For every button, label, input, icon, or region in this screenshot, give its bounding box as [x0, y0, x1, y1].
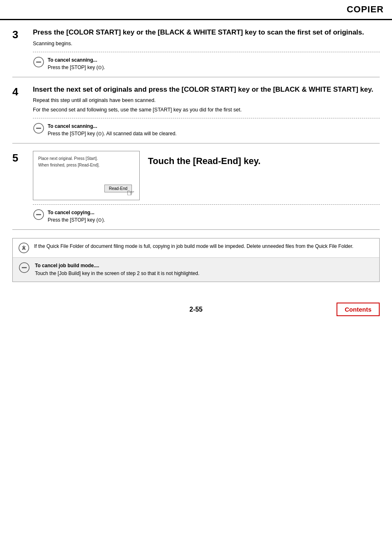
- step-5-touch-heading: Touch the [Read-End] key.: [148, 151, 261, 168]
- step-4-number: 4: [12, 85, 29, 137]
- step-5-block: 5 Place next original. Press [Start]. Wh…: [12, 143, 380, 230]
- step-5-number: 5: [12, 151, 29, 224]
- page-header: COPIER: [0, 0, 392, 20]
- step-3-desc: Scanning begins.: [33, 40, 380, 48]
- contents-button[interactable]: Contents: [337, 303, 380, 316]
- stop-icon-bottom: [18, 262, 30, 273]
- bottom-note-1-text: If the Quick File Folder of document fil…: [34, 243, 353, 250]
- bottom-note-2-text: To cancel job build mode.... Touch the […: [35, 262, 199, 278]
- step-3-note: To cancel scanning... Press the [STOP] k…: [33, 56, 380, 71]
- step-3-block: 3 Press the [COLOR START] key or the [BL…: [12, 20, 380, 77]
- bottom-note-1: If the Quick File Folder of document fil…: [13, 238, 379, 258]
- step-5-note-text: To cancel copying... Press the [STOP] ke…: [48, 209, 105, 224]
- step-5-cancel-text: Press the [STOP] key (⊙).: [48, 217, 105, 223]
- step-5-inner: Place next original. Press [Start]. When…: [33, 151, 380, 200]
- step-4-desc2: For the second set and following sets, u…: [33, 106, 380, 114]
- bottom-note-2: To cancel job build mode.... Touch the […: [13, 258, 379, 282]
- bottom-notes: If the Quick File Folder of document fil…: [12, 238, 380, 282]
- bottom-note-2-body: Touch the [Job Build] key in the screen …: [35, 271, 199, 276]
- screen-mockup-text: Place next original. Press [Start]. When…: [38, 155, 134, 169]
- step-4-note-text: To cancel scanning... Press the [STOP] k…: [48, 123, 177, 137]
- stop-icon-step4: [33, 123, 44, 134]
- step-4-note: To cancel scanning... Press the [STOP] k…: [33, 123, 380, 137]
- bottom-note-2-bold: To cancel job build mode....: [35, 263, 99, 268]
- step-4-divider: [33, 118, 380, 118]
- page-footer: 2-55 Contents: [0, 298, 392, 324]
- stop-icon-step5: [33, 209, 44, 220]
- step-3-content: Press the [COLOR START] key or the [BLAC…: [29, 28, 380, 71]
- page-number: 2-55: [189, 306, 203, 313]
- step-5-divider: [33, 204, 380, 205]
- step-3-divider: [33, 52, 380, 52]
- stop-icon-step3: [33, 56, 44, 68]
- screen-mockup: Place next original. Press [Start]. When…: [33, 151, 140, 200]
- step-3-note-text: To cancel scanning... Press the [STOP] k…: [48, 56, 105, 71]
- header-title: COPIER: [347, 4, 384, 15]
- step-4-cancel-label: To cancel scanning...: [48, 123, 97, 129]
- step-5-content: Place next original. Press [Start]. When…: [29, 151, 380, 224]
- step-4-block: 4 Insert the next set of originals and p…: [12, 77, 380, 143]
- step-3-heading: Press the [COLOR START] key or the [BLAC…: [33, 28, 380, 37]
- main-content: 3 Press the [COLOR START] key or the [BL…: [0, 20, 392, 298]
- step-3-number: 3: [12, 28, 29, 71]
- step-4-heading: Insert the next set of originals and pre…: [33, 85, 380, 95]
- step-3-cancel-label: To cancel scanning...: [48, 57, 97, 63]
- step-4-cancel-text: Press the [STOP] key (⊙). All scanned da…: [48, 131, 177, 136]
- step-5-cancel-label: To cancel copying...: [48, 210, 95, 215]
- step-4-content: Insert the next set of originals and pre…: [29, 85, 380, 137]
- step-3-cancel-text: Press the [STOP] key (⊙).: [48, 65, 105, 70]
- step-5-note: To cancel copying... Press the [STOP] ke…: [33, 209, 380, 224]
- hand-cursor-icon: ☞: [127, 188, 135, 199]
- pencil-icon: [18, 243, 29, 253]
- step-4-desc1: Repeat this step until all originals hav…: [33, 97, 380, 104]
